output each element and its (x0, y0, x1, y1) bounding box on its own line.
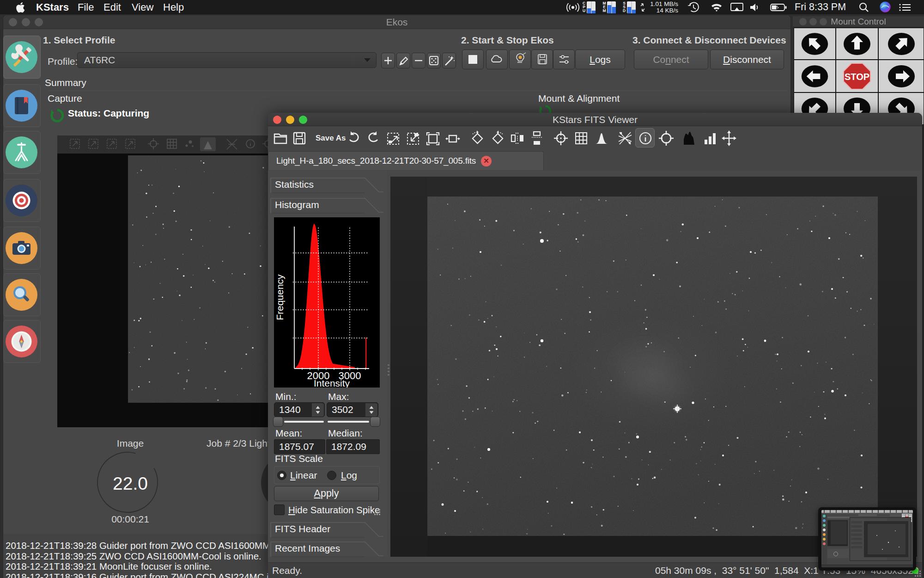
svg-text:D: D (623, 8, 626, 13)
svg-text:Frequency: Frequency (274, 274, 285, 320)
svg-text:Intensity: Intensity (314, 378, 350, 387)
svg-text:U: U (583, 8, 585, 13)
svg-text:STOP: STOP (845, 72, 869, 82)
svg-text:M: M (602, 8, 606, 13)
